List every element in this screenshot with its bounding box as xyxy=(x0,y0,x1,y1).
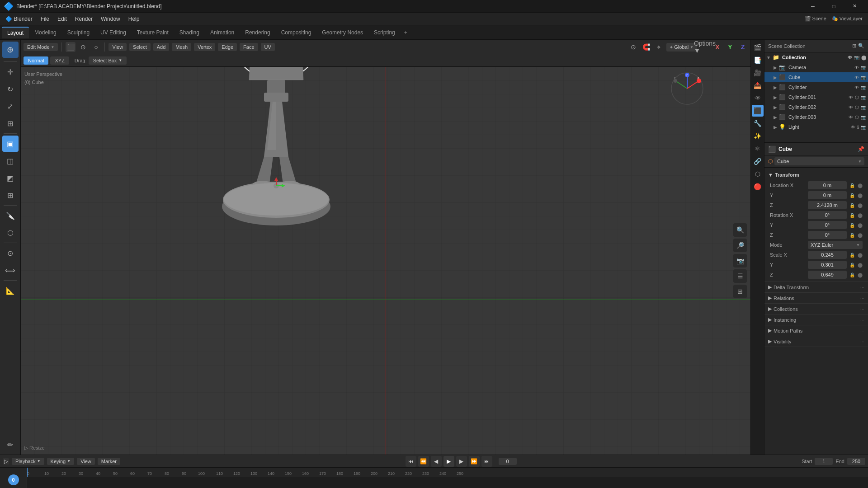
tab-compositing[interactable]: Compositing xyxy=(276,27,317,38)
tab-texture-paint[interactable]: Texture Paint xyxy=(132,27,174,38)
outliner-row-camera[interactable]: ▶ 📷 Camera 👁 📷 xyxy=(764,62,868,72)
viewport-shading-material[interactable]: ⊙ xyxy=(78,42,88,52)
location-y-anim[interactable]: ⬤ xyxy=(858,193,863,198)
viewport-face-menu[interactable]: Face xyxy=(240,43,258,51)
visibility-section[interactable]: ▶ Visibility ··· xyxy=(764,336,868,347)
viewport-edge-menu[interactable]: Edge xyxy=(218,43,237,51)
snap-icon[interactable]: 🧲 xyxy=(641,42,651,52)
transform-section-header[interactable]: ▼ Transform xyxy=(764,169,868,180)
side-view-btn[interactable]: ⊞ xyxy=(733,285,747,298)
marker-menu[interactable]: Marker xyxy=(98,458,120,465)
cylinder001-eye-icon[interactable]: 👁 xyxy=(849,95,853,100)
rotation-z-lock[interactable]: 🔒 xyxy=(849,233,855,238)
prop-object-icon[interactable]: ⬛ xyxy=(752,105,764,117)
tab-scripting[interactable]: Scripting xyxy=(368,27,401,38)
prop-renderlayer-icon[interactable]: 📑 xyxy=(752,54,764,66)
prop-particles-icon[interactable]: ✨ xyxy=(752,130,764,142)
light-extra-icon[interactable]: ℹ xyxy=(857,125,859,130)
tab-sculpting[interactable]: Sculpting xyxy=(62,27,95,38)
annotation-tool-btn[interactable]: ✏ xyxy=(2,436,19,453)
tab-modeling[interactable]: Modeling xyxy=(29,27,62,38)
minimize-button[interactable]: ─ xyxy=(803,0,823,13)
current-frame-input[interactable]: 0 xyxy=(499,458,517,465)
normal-mode-btn[interactable]: Normal xyxy=(24,56,48,65)
options-btn[interactable]: Options ▼ xyxy=(700,42,710,52)
scale-y-anim[interactable]: ⬤ xyxy=(858,263,863,267)
scale-x-lock[interactable]: 🔒 xyxy=(849,253,855,258)
scale-x-val[interactable]: 0.245 xyxy=(808,251,847,259)
location-x-lock[interactable]: 🔒 xyxy=(849,183,855,188)
light-eye-icon[interactable]: 👁 xyxy=(851,125,855,130)
viewport-shading-render[interactable]: ○ xyxy=(91,42,101,52)
x-axis-btn[interactable]: X xyxy=(712,42,722,52)
scale-tool-btn[interactable]: ⤢ xyxy=(2,98,19,114)
scale-z-anim[interactable]: ⬤ xyxy=(858,272,863,277)
outliner-filter-btn[interactable]: ⊞ xyxy=(852,43,856,49)
collection-btn[interactable]: ☰ xyxy=(733,269,747,283)
tab-geometry-nodes[interactable]: Geometry Nodes xyxy=(316,27,368,38)
location-x-anim[interactable]: ⬤ xyxy=(858,183,863,188)
location-x-val[interactable]: 0 m xyxy=(808,181,847,189)
next-frame-btn[interactable]: ▶ xyxy=(456,456,467,467)
scale-z-lock[interactable]: 🔒 xyxy=(849,272,855,277)
rotation-x-anim[interactable]: ⬤ xyxy=(858,213,863,218)
y-axis-btn[interactable]: Y xyxy=(725,42,735,52)
prop-data-icon[interactable]: ⬡ xyxy=(752,168,764,180)
location-z-val[interactable]: 2.4128 m xyxy=(808,201,847,209)
outliner-row-collection[interactable]: ▼ 📁 Collection 👁 📷 ⬤ xyxy=(764,52,868,62)
motion-paths-section[interactable]: ▶ Motion Paths ··· xyxy=(764,325,868,336)
rotation-y-lock[interactable]: 🔒 xyxy=(849,223,855,228)
menu-help[interactable]: Help xyxy=(125,14,143,23)
add-workspace-button[interactable]: + xyxy=(401,27,411,38)
rotation-z-anim[interactable]: ⬤ xyxy=(858,233,863,238)
rotation-x-lock[interactable]: 🔒 xyxy=(849,213,855,218)
viewport-uv-menu[interactable]: UV xyxy=(261,43,275,51)
viewport-view-menu[interactable]: View xyxy=(108,43,127,51)
instancing-section[interactable]: ▶ Instancing ··· xyxy=(764,314,868,325)
menu-edit[interactable]: Edit xyxy=(54,14,71,23)
viewport-add-menu[interactable]: Add xyxy=(153,43,170,51)
tab-rendering[interactable]: Rendering xyxy=(240,27,275,38)
3d-viewport[interactable]: Edit Mode ▼ ⬛ ⊙ ○ View Select Add Mesh xyxy=(21,40,750,455)
edge-tool-btn[interactable]: ⟺ xyxy=(2,262,19,278)
start-frame-input[interactable]: 1 xyxy=(815,458,833,465)
light-camera-icon[interactable]: 📷 xyxy=(861,125,866,130)
cylinder002-extra-icon[interactable]: ⬡ xyxy=(855,105,859,110)
poly-tool-btn[interactable]: ⬡ xyxy=(2,225,19,241)
outliner-row-cylinder[interactable]: ▶ ⬛ Cylinder 👁 📷 xyxy=(764,82,868,92)
zoom-out-btn[interactable]: 🔎 xyxy=(733,239,747,252)
location-y-val[interactable]: 0 m xyxy=(808,191,847,199)
tab-shading[interactable]: Shading xyxy=(174,27,205,38)
cylinder001-extra-icon[interactable]: ⬡ xyxy=(855,95,859,100)
cursor-tool-btn[interactable]: ⊕ xyxy=(2,42,19,58)
collection-eye-icon[interactable]: 👁 xyxy=(848,55,852,60)
cylinder003-camera-icon[interactable]: 📷 xyxy=(861,115,866,120)
cylinder-eye-icon[interactable]: 👁 xyxy=(854,85,859,90)
inset-tool-btn[interactable]: ◫ xyxy=(2,153,19,169)
zoom-in-btn[interactable]: 🔍 xyxy=(733,223,747,237)
prop-modifier-icon[interactable]: 🔧 xyxy=(752,117,764,129)
knife-tool-btn[interactable]: 🔪 xyxy=(2,207,19,224)
cylinder002-camera-icon[interactable]: 📷 xyxy=(861,105,866,110)
prop-physics-icon[interactable]: ⚛ xyxy=(752,143,764,155)
move-tool-btn[interactable]: ✛ xyxy=(2,64,19,80)
outliner-search-btn[interactable]: 🔍 xyxy=(858,43,864,49)
camera-camera-icon[interactable]: 📷 xyxy=(861,65,866,70)
prop-render-icon[interactable]: 🎥 xyxy=(752,67,764,79)
viewport-vertex-menu[interactable]: Vertex xyxy=(194,43,215,51)
view-camera-btn[interactable]: 📷 xyxy=(733,254,747,267)
frame-start-btn[interactable]: ⏮ xyxy=(406,456,416,467)
edit-mode-selector[interactable]: Edit Mode ▼ xyxy=(24,43,58,51)
location-y-lock[interactable]: 🔒 xyxy=(849,193,855,198)
location-z-anim[interactable]: ⬤ xyxy=(858,203,863,208)
tab-animation[interactable]: Animation xyxy=(205,27,240,38)
close-button[interactable]: ✕ xyxy=(844,0,864,13)
menu-window[interactable]: Window xyxy=(97,14,124,23)
cube-camera-icon[interactable]: 📷 xyxy=(861,75,866,80)
cylinder003-eye-icon[interactable]: 👁 xyxy=(849,115,853,120)
pin-button[interactable]: 📌 xyxy=(858,146,864,152)
measure-tool-btn[interactable]: 📐 xyxy=(2,282,19,299)
rotation-mode-dropdown[interactable]: XYZ Euler ▼ xyxy=(808,241,863,249)
scale-x-anim[interactable]: ⬤ xyxy=(858,253,863,258)
cylinder003-extra-icon[interactable]: ⬡ xyxy=(855,115,859,120)
